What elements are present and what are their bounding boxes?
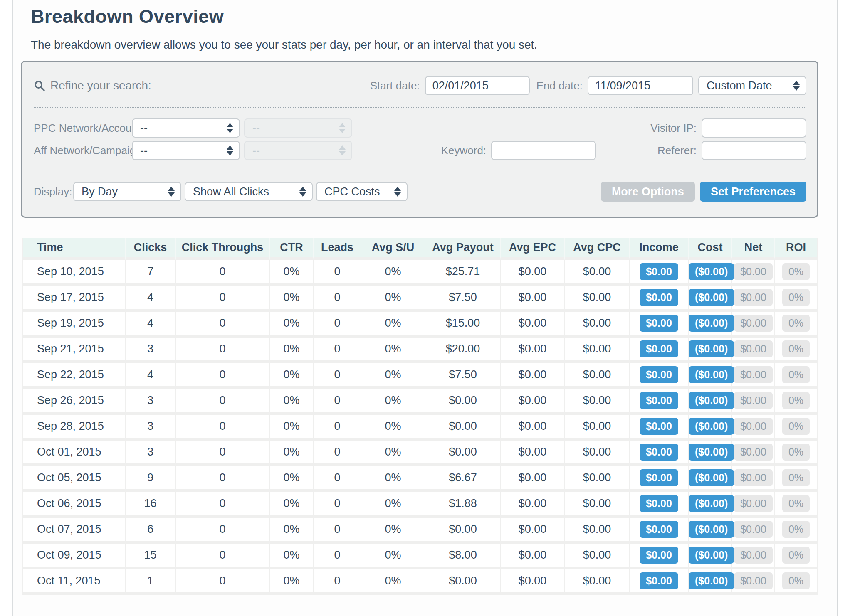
cell-cost: ($0.00) [689,338,732,363]
display-interval-select[interactable]: By Day [73,182,181,201]
cell-time: Sep 10, 2015 [22,260,126,286]
income-badge: $0.00 [640,366,678,383]
cell-avg_cpc: $0.00 [565,389,630,415]
updown-arrows-icon [793,81,800,91]
cost-badge: ($0.00) [689,547,734,564]
roi-badge: 0% [782,289,810,306]
page-subtitle: The breakdown overview allows you to see… [31,38,837,52]
table-row: Sep 26, 2015300%00%$0.00$0.00$0.00$0.00(… [22,389,818,415]
table-row: Oct 09, 20151500%00%$8.00$0.00$0.00$0.00… [22,544,818,569]
cell-ctr: 0% [270,286,314,312]
cell-time: Sep 28, 2015 [22,415,126,441]
costs-select[interactable]: CPC Costs [316,182,408,201]
cell-roi: 0% [775,286,818,312]
cell-roi: 0% [775,312,818,338]
updown-arrows-icon [339,145,346,155]
cell-avg_epc: $0.00 [501,544,565,569]
net-badge: $0.00 [734,392,773,409]
net-badge: $0.00 [734,444,773,461]
cost-badge: ($0.00) [689,469,734,486]
cell-ctr: 0% [270,260,314,286]
cell-avg_cpc: $0.00 [565,569,630,595]
cell-income: $0.00 [630,441,689,466]
cost-badge: ($0.00) [689,340,734,357]
table-row: Oct 11, 2015100%00%$0.00$0.00$0.00$0.00(… [22,569,818,595]
roi-badge: 0% [782,495,810,512]
column-header: Avg EPC [501,238,565,260]
cell-roi: 0% [775,415,818,441]
net-badge: $0.00 [734,263,773,280]
cell-click_throughs: 0 [176,389,270,415]
cell-income: $0.00 [630,544,689,569]
cell-time: Oct 11, 2015 [22,569,126,595]
net-badge: $0.00 [734,521,773,538]
cell-cost: ($0.00) [689,389,732,415]
cell-cost: ($0.00) [689,569,732,595]
cell-avg_payout: $25.71 [425,260,501,286]
start-date-input[interactable] [425,76,530,95]
cell-cost: ($0.00) [689,363,732,389]
cell-net: $0.00 [732,286,775,312]
cell-avg_epc: $0.00 [501,260,565,286]
cell-click_throughs: 0 [176,286,270,312]
more-options-button[interactable]: More Options [601,182,695,202]
aff-network-label: Aff Network/Campaign: [34,144,126,157]
income-badge: $0.00 [640,418,678,435]
cell-ctr: 0% [270,312,314,338]
ppc-network-select[interactable]: -- [132,118,240,138]
cell-net: $0.00 [732,441,775,466]
updown-arrows-icon [227,123,233,133]
cell-avg_su: 0% [361,492,425,518]
cell-ctr: 0% [270,466,314,492]
cell-avg_payout: $20.00 [425,338,501,363]
cell-time: Sep 21, 2015 [22,338,126,363]
table-header-row: TimeClicksClick ThroughsCTRLeadsAvg S/UA… [22,238,818,260]
aff-network-select[interactable]: -- [132,141,240,160]
cell-income: $0.00 [630,260,689,286]
cell-avg_su: 0% [361,338,425,363]
net-badge: $0.00 [734,495,773,512]
cell-avg_su: 0% [361,389,425,415]
table-row: Oct 05, 2015900%00%$6.67$0.00$0.00$0.00(… [22,466,818,492]
cell-avg_epc: $0.00 [501,569,565,595]
column-header: Cost [689,238,732,260]
cell-time: Sep 17, 2015 [22,286,126,312]
cell-avg_su: 0% [361,312,425,338]
cell-avg_su: 0% [361,466,425,492]
cell-avg_epc: $0.00 [501,286,565,312]
cell-cost: ($0.00) [689,312,732,338]
clicks-filter-select[interactable]: Show All Clicks [185,182,313,201]
date-range-select[interactable]: Custom Date [698,76,806,95]
end-date-label: End date: [536,79,583,92]
cell-leads: 0 [314,544,361,569]
referer-input[interactable] [702,141,806,160]
cell-avg_epc: $0.00 [501,492,565,518]
cell-avg_payout: $15.00 [425,312,501,338]
cell-avg_payout: $7.50 [425,363,501,389]
cell-avg_payout: $8.00 [425,544,501,569]
cell-ctr: 0% [270,441,314,466]
search-icon [34,80,45,91]
cell-avg_payout: $0.00 [425,389,501,415]
cell-avg_cpc: $0.00 [565,312,630,338]
income-badge: $0.00 [640,547,678,564]
keyword-input[interactable] [491,141,596,160]
cell-avg_epc: $0.00 [501,518,565,544]
end-date-input[interactable] [588,76,693,95]
refine-search-label: Refine your search: [50,79,151,92]
updown-arrows-icon [299,187,306,197]
net-badge: $0.00 [734,366,773,383]
cell-avg_epc: $0.00 [501,389,565,415]
roi-badge: 0% [782,469,810,486]
set-preferences-button[interactable]: Set Preferences [700,182,806,202]
ppc-account-select-value: -- [252,122,336,135]
income-badge: $0.00 [640,289,678,306]
visitor-ip-input[interactable] [702,118,806,138]
cell-clicks: 16 [126,492,176,518]
panel-divider [34,107,806,108]
cell-roi: 0% [775,466,818,492]
cost-badge: ($0.00) [689,366,734,383]
roi-badge: 0% [782,392,810,409]
cost-badge: ($0.00) [689,521,734,538]
net-badge: $0.00 [734,572,773,589]
